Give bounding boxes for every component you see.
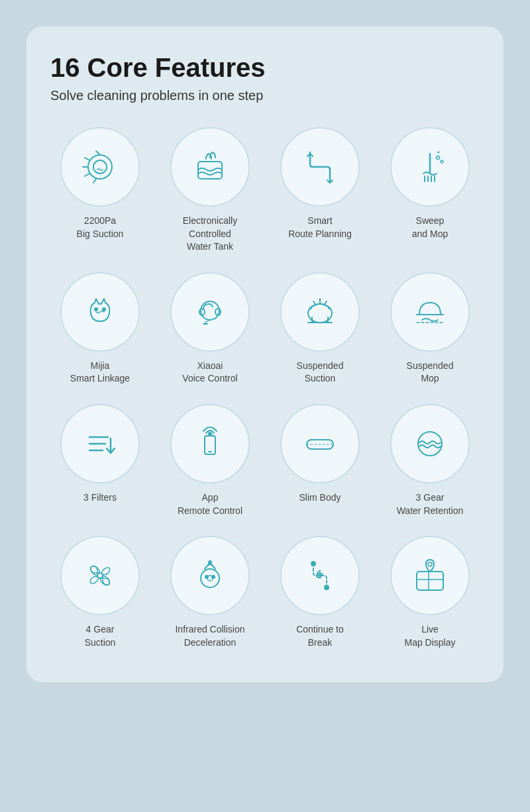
feature-voice-control: XiaoaiVoice Control [160,272,260,385]
app-remote-icon [190,424,230,464]
suspended-suction-icon [300,292,340,332]
app-remote-label: AppRemote Control [178,491,242,517]
water-tank-label: ElectronicallyControlledWater Tank [183,215,237,254]
water-tank-icon [190,147,230,187]
continue-break-label: Continue toBreak [296,623,344,649]
sweep-mop-icon-circle [390,127,470,207]
features-grid: 2200PaBig Suction ElectronicallyControll… [50,127,480,649]
three-filters-icon-circle [60,404,140,483]
infrared-collision-label: Infrared CollisionDeceleration [175,623,244,649]
route-planning-icon-circle [280,127,360,207]
feature-route-planning: SmartRoute Planning [270,127,370,254]
water-retention-icon [410,424,450,464]
svg-point-54 [428,562,432,566]
svg-line-2 [96,151,100,155]
feature-live-map: LiveMap Display [380,536,480,649]
suspended-mop-icon [410,292,450,332]
feature-slim-body: Slim Body [270,404,370,517]
feature-smart-linkage: MijiaSmart Linkage [50,272,150,385]
suspended-suction-label: SuspendedSuction [297,360,344,385]
svg-point-49 [325,585,329,589]
big-suction-icon-circle [60,127,140,207]
slim-body-icon [300,424,340,464]
sweep-mop-label: Sweepand Mop [412,215,448,240]
svg-line-6 [93,179,96,183]
feature-water-retention: 3 GearWater Retention [380,404,480,517]
feature-app-remote: AppRemote Control [160,404,260,517]
svg-point-16 [441,160,443,163]
smart-linkage-icon-circle [60,272,140,352]
gear-suction-icon-circle [60,536,140,615]
app-remote-icon-circle [170,404,250,483]
feature-suspended-suction: SuspendedSuction [270,272,370,385]
feature-sweep-mop: Sweepand Mop [380,127,480,254]
svg-line-3 [85,158,89,160]
infrared-collision-icon [190,556,230,595]
sweep-mop-icon [410,147,450,187]
water-retention-label: 3 GearWater Retention [397,491,464,517]
svg-rect-7 [198,162,222,179]
svg-point-46 [205,576,208,578]
feature-infrared-collision: Infrared CollisionDeceleration [160,536,260,649]
page-subtitle: Solve cleaning problems in one step [50,88,480,103]
continue-break-icon [300,556,340,595]
svg-point-17 [95,308,97,311]
big-suction-icon [80,147,120,187]
suspended-mop-icon-circle [390,272,470,352]
three-filters-icon [80,424,120,464]
voice-control-icon-circle [170,272,250,352]
features-card: 16 Core Features Solve cleaning problems… [26,26,504,682]
svg-point-48 [311,562,315,566]
feature-continue-break: Continue toBreak [270,536,370,649]
big-suction-label: 2200PaBig Suction [77,215,124,240]
feature-gear-suction: 4 GearSuction [50,536,150,649]
svg-rect-51 [417,572,443,590]
smart-linkage-icon [80,292,120,332]
voice-control-icon [190,292,230,332]
infrared-collision-icon-circle [170,536,250,615]
svg-point-38 [209,432,211,435]
feature-suspended-mop: SuspendedMop [380,272,480,385]
suspended-mop-label: SuspendedMop [407,360,454,385]
slim-body-icon-circle [280,404,360,483]
feature-big-suction: 2200PaBig Suction [50,127,150,254]
gear-suction-label: 4 GearSuction [85,623,116,649]
svg-point-47 [212,576,215,578]
svg-point-43 [201,569,219,587]
live-map-label: LiveMap Display [404,623,455,649]
feature-three-filters: 3 Filters [50,404,150,517]
smart-linkage-label: MijiaSmart Linkage [70,360,130,385]
svg-point-18 [103,308,105,311]
svg-line-5 [85,174,89,176]
svg-point-0 [88,155,112,179]
slim-body-label: Slim Body [299,491,341,505]
water-tank-icon-circle [170,127,250,207]
route-planning-label: SmartRoute Planning [288,215,352,240]
continue-break-icon-circle [280,536,360,615]
svg-point-45 [209,561,211,564]
water-retention-icon-circle [390,404,470,483]
live-map-icon [410,556,450,595]
svg-point-1 [93,160,107,174]
gear-suction-icon [80,556,120,595]
suspended-suction-icon-circle [280,272,360,352]
live-map-icon-circle [390,536,470,615]
route-planning-icon [300,147,340,187]
feature-water-tank: ElectronicallyControlledWater Tank [160,127,260,254]
svg-point-15 [437,156,440,160]
three-filters-label: 3 Filters [83,491,117,505]
page-title: 16 Core Features [50,53,480,83]
voice-control-label: XiaoaiVoice Control [182,360,237,385]
